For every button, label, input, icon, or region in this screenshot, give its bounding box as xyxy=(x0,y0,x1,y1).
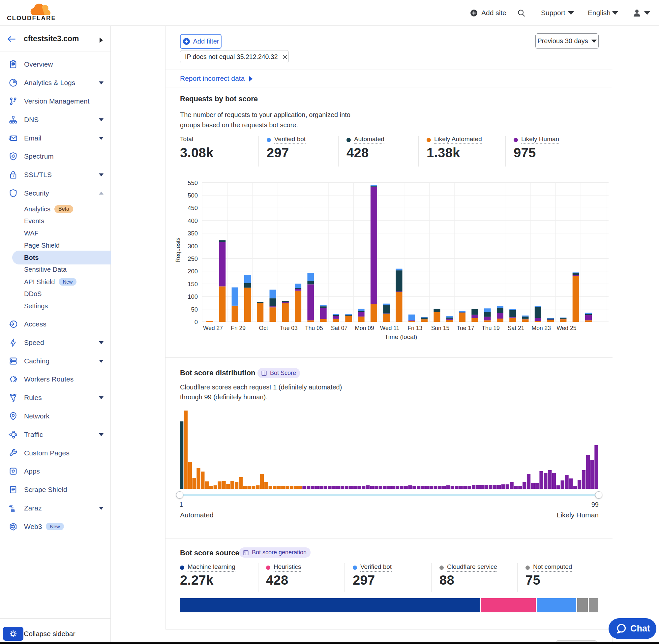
svg-text:Wed 25: Wed 25 xyxy=(557,325,576,331)
svg-text:200: 200 xyxy=(188,268,198,275)
svg-text:Mon 09: Mon 09 xyxy=(355,325,374,331)
svg-text:300: 300 xyxy=(188,243,198,250)
svg-text:Fri 29: Fri 29 xyxy=(231,325,245,331)
svg-text:Oct: Oct xyxy=(259,325,268,331)
svg-text:Thu 19: Thu 19 xyxy=(481,325,499,331)
svg-text:Sun 15: Sun 15 xyxy=(431,325,449,331)
svg-text:Mon 23: Mon 23 xyxy=(532,325,551,331)
svg-text:Wed 27: Wed 27 xyxy=(203,325,223,331)
svg-text:CLOUDFLARE: CLOUDFLARE xyxy=(7,15,56,21)
svg-text:Time (local): Time (local) xyxy=(385,334,417,340)
svg-text:Thu 05: Thu 05 xyxy=(305,325,323,331)
svg-text:Tue 03: Tue 03 xyxy=(280,325,298,331)
svg-text:250: 250 xyxy=(188,255,198,262)
svg-text:350: 350 xyxy=(188,230,198,237)
svg-text:450: 450 xyxy=(188,204,198,211)
svg-text:150: 150 xyxy=(188,281,198,288)
svg-text:Fri 13: Fri 13 xyxy=(407,325,422,331)
svg-text:Wed 11: Wed 11 xyxy=(380,325,400,331)
svg-text:Sat 21: Sat 21 xyxy=(508,325,524,331)
svg-text:100: 100 xyxy=(188,293,198,300)
svg-text:400: 400 xyxy=(188,217,198,224)
svg-text:Requests: Requests xyxy=(175,237,181,262)
svg-text:Tue 17: Tue 17 xyxy=(456,325,474,331)
svg-text:Sat 07: Sat 07 xyxy=(331,325,348,331)
svg-text:0: 0 xyxy=(194,319,198,325)
svg-text:50: 50 xyxy=(191,306,198,313)
svg-text:550: 550 xyxy=(188,179,198,186)
svg-text:500: 500 xyxy=(188,192,198,199)
